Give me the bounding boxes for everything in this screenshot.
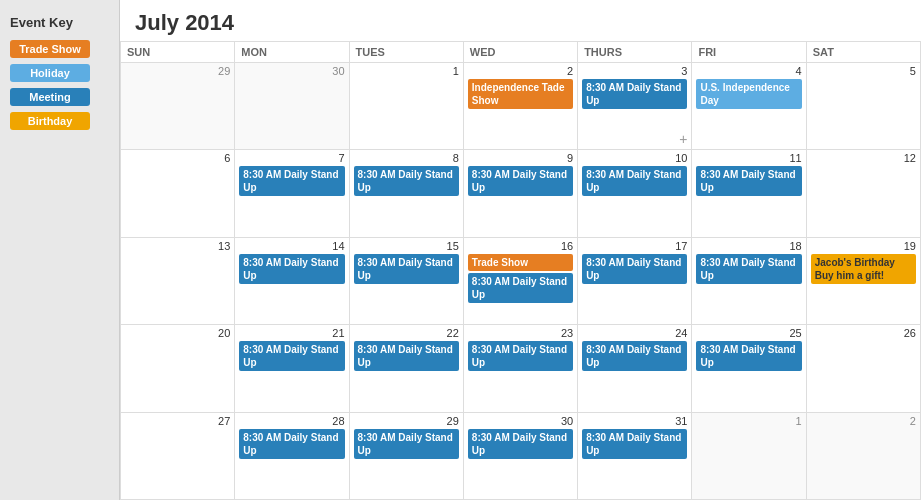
day-number: 29 xyxy=(354,415,459,427)
add-event-icon[interactable]: + xyxy=(679,131,687,147)
day-header-tues: TUES xyxy=(350,42,464,62)
day-cell: 238:30 AM Daily Stand Up xyxy=(464,325,578,411)
day-header-sun: SUN xyxy=(121,42,235,62)
event-meeting[interactable]: 8:30 AM Daily Stand Up xyxy=(582,254,687,284)
day-cell: 13 xyxy=(121,238,235,324)
calendar-main: July 2014 SUNMONTUESWEDTHURSFRISAT 29301… xyxy=(120,0,921,500)
day-cell: 258:30 AM Daily Stand Up xyxy=(692,325,806,411)
event-meeting[interactable]: 8:30 AM Daily Stand Up xyxy=(354,429,459,459)
day-number: 10 xyxy=(582,152,687,164)
event-meeting[interactable]: 8:30 AM Daily Stand Up xyxy=(468,429,573,459)
calendar-title: July 2014 xyxy=(120,0,921,41)
day-cell: 1 xyxy=(692,413,806,499)
sidebar: Event Key Trade ShowHolidayMeetingBirthd… xyxy=(0,0,120,500)
day-cell: 178:30 AM Daily Stand Up xyxy=(578,238,692,324)
legend-item-meeting[interactable]: Meeting xyxy=(10,88,90,106)
day-number: 28 xyxy=(239,415,344,427)
day-number: 23 xyxy=(468,327,573,339)
event-meeting[interactable]: 8:30 AM Daily Stand Up xyxy=(696,254,801,284)
event-birthday[interactable]: Jacob's Birthday Buy him a gift! xyxy=(811,254,916,284)
day-number: 26 xyxy=(811,327,916,339)
day-number: 4 xyxy=(696,65,801,77)
day-header-wed: WED xyxy=(464,42,578,62)
event-meeting[interactable]: 8:30 AM Daily Stand Up xyxy=(582,79,687,109)
day-number: 2 xyxy=(811,415,916,427)
day-number: 7 xyxy=(239,152,344,164)
legend-item-birthday[interactable]: Birthday xyxy=(10,112,90,130)
day-number: 31 xyxy=(582,415,687,427)
event-meeting[interactable]: 8:30 AM Daily Stand Up xyxy=(582,166,687,196)
week-row-2: 13148:30 AM Daily Stand Up158:30 AM Dail… xyxy=(121,238,921,325)
day-number: 16 xyxy=(468,240,573,252)
day-number: 5 xyxy=(811,65,916,77)
day-cell: 2Independence Tade Show xyxy=(464,63,578,149)
day-number: 8 xyxy=(354,152,459,164)
day-cell: 38:30 AM Daily Stand Up+ xyxy=(578,63,692,149)
event-tradeshow[interactable]: Trade Show xyxy=(468,254,573,271)
event-meeting[interactable]: 8:30 AM Daily Stand Up xyxy=(468,273,573,303)
day-number: 13 xyxy=(125,240,230,252)
day-cell: 318:30 AM Daily Stand Up xyxy=(578,413,692,499)
calendar-grid: SUNMONTUESWEDTHURSFRISAT 293012Independe… xyxy=(120,41,921,500)
event-meeting[interactable]: 8:30 AM Daily Stand Up xyxy=(239,429,344,459)
day-header-thurs: THURS xyxy=(578,42,692,62)
event-meeting[interactable]: 8:30 AM Daily Stand Up xyxy=(582,341,687,371)
legend-item-holiday[interactable]: Holiday xyxy=(10,64,90,82)
day-cell: 308:30 AM Daily Stand Up xyxy=(464,413,578,499)
day-cell: 2 xyxy=(807,413,921,499)
day-number: 14 xyxy=(239,240,344,252)
day-cell: 148:30 AM Daily Stand Up xyxy=(235,238,349,324)
event-meeting[interactable]: 8:30 AM Daily Stand Up xyxy=(239,341,344,371)
day-number: 1 xyxy=(354,65,459,77)
weeks: 293012Independence Tade Show38:30 AM Dai… xyxy=(121,63,921,500)
event-meeting[interactable]: 8:30 AM Daily Stand Up xyxy=(354,341,459,371)
day-cell: 108:30 AM Daily Stand Up xyxy=(578,150,692,236)
day-number: 29 xyxy=(125,65,230,77)
day-number: 11 xyxy=(696,152,801,164)
day-number: 6 xyxy=(125,152,230,164)
event-meeting[interactable]: 8:30 AM Daily Stand Up xyxy=(468,166,573,196)
week-row-4: 27288:30 AM Daily Stand Up298:30 AM Dail… xyxy=(121,413,921,500)
day-number: 12 xyxy=(811,152,916,164)
day-cell: 298:30 AM Daily Stand Up xyxy=(350,413,464,499)
week-row-1: 678:30 AM Daily Stand Up88:30 AM Daily S… xyxy=(121,150,921,237)
day-cell: 1 xyxy=(350,63,464,149)
day-number: 9 xyxy=(468,152,573,164)
event-meeting[interactable]: 8:30 AM Daily Stand Up xyxy=(696,341,801,371)
event-tradeshow[interactable]: Independence Tade Show xyxy=(468,79,573,109)
day-number: 30 xyxy=(468,415,573,427)
day-number: 15 xyxy=(354,240,459,252)
day-header-mon: MON xyxy=(235,42,349,62)
day-headers: SUNMONTUESWEDTHURSFRISAT xyxy=(121,42,921,63)
event-meeting[interactable]: 8:30 AM Daily Stand Up xyxy=(239,166,344,196)
day-cell: 218:30 AM Daily Stand Up xyxy=(235,325,349,411)
day-cell: 19Jacob's Birthday Buy him a gift! xyxy=(807,238,921,324)
day-cell: 20 xyxy=(121,325,235,411)
day-number: 21 xyxy=(239,327,344,339)
day-cell: 4U.S. Independence Day xyxy=(692,63,806,149)
day-cell: 6 xyxy=(121,150,235,236)
day-cell: 26 xyxy=(807,325,921,411)
day-number: 18 xyxy=(696,240,801,252)
event-meeting[interactable]: 8:30 AM Daily Stand Up xyxy=(468,341,573,371)
day-cell: 98:30 AM Daily Stand Up xyxy=(464,150,578,236)
day-cell: 88:30 AM Daily Stand Up xyxy=(350,150,464,236)
day-cell: 228:30 AM Daily Stand Up xyxy=(350,325,464,411)
day-cell: 158:30 AM Daily Stand Up xyxy=(350,238,464,324)
day-cell: 5 xyxy=(807,63,921,149)
day-number: 17 xyxy=(582,240,687,252)
event-key-title: Event Key xyxy=(10,15,109,30)
event-holiday[interactable]: U.S. Independence Day xyxy=(696,79,801,109)
day-cell: 12 xyxy=(807,150,921,236)
day-number: 27 xyxy=(125,415,230,427)
week-row-3: 20218:30 AM Daily Stand Up228:30 AM Dail… xyxy=(121,325,921,412)
legend-item-tradeshow[interactable]: Trade Show xyxy=(10,40,90,58)
day-header-fri: FRI xyxy=(692,42,806,62)
event-meeting[interactable]: 8:30 AM Daily Stand Up xyxy=(582,429,687,459)
day-number: 24 xyxy=(582,327,687,339)
event-meeting[interactable]: 8:30 AM Daily Stand Up xyxy=(354,166,459,196)
day-number: 3 xyxy=(582,65,687,77)
event-meeting[interactable]: 8:30 AM Daily Stand Up xyxy=(696,166,801,196)
event-meeting[interactable]: 8:30 AM Daily Stand Up xyxy=(239,254,344,284)
event-meeting[interactable]: 8:30 AM Daily Stand Up xyxy=(354,254,459,284)
